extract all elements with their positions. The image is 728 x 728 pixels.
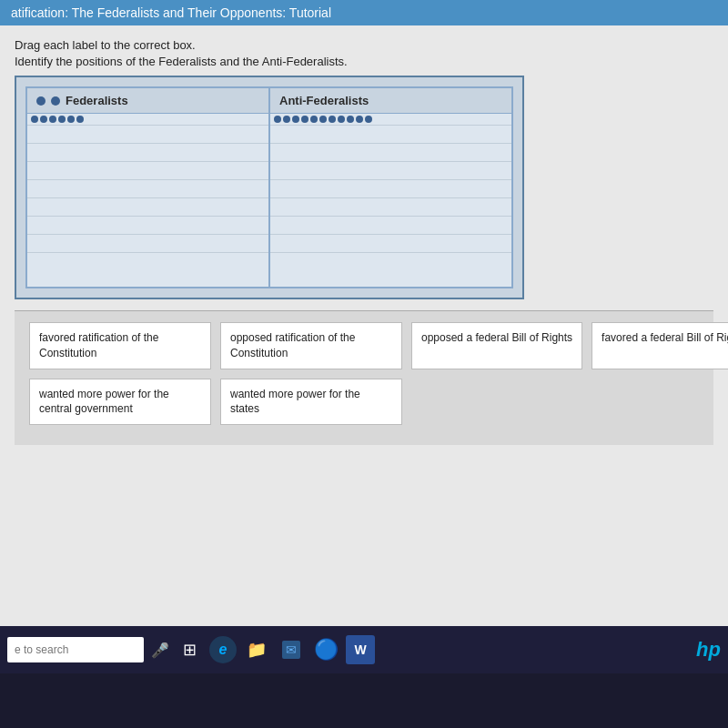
adot3	[292, 116, 299, 123]
label-card-6[interactable]: wanted more power for the states	[220, 379, 402, 426]
adot4	[301, 116, 308, 123]
mail-taskbar-icon[interactable]: ✉	[277, 635, 306, 664]
labels-area: favored ratification of the Constitution…	[15, 310, 713, 445]
federalists-dot	[36, 96, 46, 106]
label-card-3-text: opposed a federal Bill of Rights	[421, 331, 572, 344]
adot10	[356, 116, 363, 123]
adot7	[329, 116, 336, 123]
instructions: Drag each label to the correct box. Iden…	[15, 38, 713, 68]
label-card-2-text: opposed ratification of the Constitution	[230, 331, 355, 359]
antifederalists-header: Anti-Federalists	[270, 88, 511, 114]
microphone-icon[interactable]: 🎤	[151, 642, 169, 659]
columns-wrapper: Federalists Anti-Federalists	[25, 86, 513, 288]
dot1	[31, 116, 38, 123]
label-card-2[interactable]: opposed ratification of the Constitution	[220, 322, 402, 369]
mail-icon: ✉	[282, 641, 300, 659]
chrome-taskbar-icon[interactable]: 🔵	[311, 635, 340, 664]
dot4	[58, 116, 66, 123]
federalists-header: Federalists	[27, 88, 268, 114]
word-taskbar-icon[interactable]: W	[346, 635, 375, 664]
bottom-area	[0, 673, 728, 728]
adot8	[338, 116, 345, 123]
label-card-4[interactable]: favored a federal Bill of Rights	[592, 322, 728, 369]
title-text: atification: The Federalists and Their O…	[11, 5, 331, 20]
taskbar: 🎤 ⊞ e 📁 ✉ 🔵 W hp	[0, 626, 728, 673]
label-card-4-text: favored a federal Bill of Rights	[602, 331, 728, 344]
antifederalists-column[interactable]: Anti-Federalists	[269, 87, 512, 288]
windows-taskbar-icon[interactable]: ⊞	[175, 635, 204, 664]
windows-icon: ⊞	[183, 640, 197, 660]
label-card-3[interactable]: opposed a federal Bill of Rights	[411, 322, 582, 369]
label-card-1[interactable]: favored ratification of the Constitution	[29, 322, 211, 369]
fed-dots-row	[27, 114, 268, 125]
hp-text: hp	[696, 638, 721, 661]
adot6	[319, 116, 327, 123]
instruction-line2: Identify the positions of the Federalist…	[15, 55, 713, 68]
antifed-dots-row	[270, 114, 511, 125]
hp-logo: hp	[696, 638, 721, 662]
labels-row-1: favored ratification of the Constitution…	[29, 322, 699, 369]
search-input[interactable]	[7, 637, 144, 662]
antifederalists-label: Anti-Federalists	[279, 94, 369, 107]
folder-icon: 📁	[247, 640, 267, 660]
word-icon: W	[354, 642, 366, 657]
federalists-drop-zone[interactable]	[27, 125, 268, 270]
dot6	[76, 116, 84, 123]
antifed-drop-zone[interactable]	[270, 125, 511, 270]
title-bar: atification: The Federalists and Their O…	[0, 0, 728, 25]
label-card-6-text: wanted more power for the states	[230, 388, 360, 416]
folder-taskbar-icon[interactable]: 📁	[242, 635, 271, 664]
adot5	[310, 116, 318, 123]
adot11	[365, 116, 372, 123]
dot5	[67, 116, 75, 123]
adot1	[274, 116, 281, 123]
label-card-5[interactable]: wanted more power for the central govern…	[29, 379, 211, 426]
adot2	[283, 116, 290, 123]
federalists-column[interactable]: Federalists	[26, 87, 269, 288]
adot9	[347, 116, 354, 123]
federalists-dot2	[51, 96, 60, 106]
chrome-icon: 🔵	[314, 638, 339, 662]
labels-row-2: wanted more power for the central govern…	[29, 379, 699, 426]
main-content: Drag each label to the correct box. Iden…	[0, 25, 728, 626]
instruction-line1: Drag each label to the correct box.	[15, 38, 713, 52]
federalists-label: Federalists	[66, 94, 128, 107]
label-card-1-text: favored ratification of the Constitution	[39, 331, 158, 359]
edge-taskbar-icon[interactable]: e	[209, 636, 237, 663]
dot2	[40, 116, 47, 123]
drag-area-container: Federalists Anti-Federalists	[15, 76, 524, 299]
dot3	[49, 116, 56, 123]
edge-icon: e	[219, 642, 228, 658]
label-card-5-text: wanted more power for the central govern…	[39, 388, 169, 416]
